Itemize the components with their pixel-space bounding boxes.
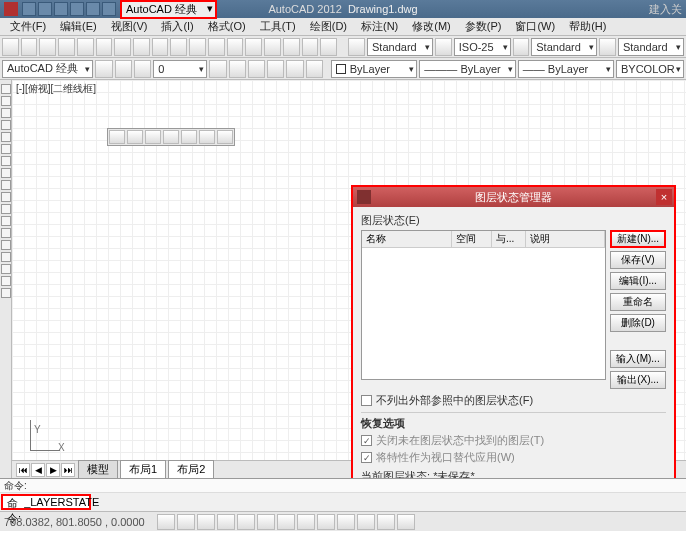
linetype-dropdown[interactable]: ——— ByLayer [419, 60, 515, 78]
floating-toolbar[interactable] [107, 128, 235, 146]
annot-icon[interactable] [435, 38, 452, 56]
col-name[interactable]: 名称 [362, 231, 452, 247]
qat-new-icon[interactable] [22, 2, 36, 16]
float-tool-icon[interactable] [163, 130, 179, 144]
layer-tool-icon[interactable] [229, 60, 246, 78]
float-tool-icon[interactable] [145, 130, 161, 144]
draw-tool-icon[interactable] [1, 252, 11, 262]
layer-tool-icon[interactable] [115, 60, 132, 78]
draw-tool-icon[interactable] [1, 120, 11, 130]
layer-tool-icon[interactable] [209, 60, 226, 78]
status-toggle-icon[interactable] [317, 514, 335, 530]
draw-tool-icon[interactable] [1, 108, 11, 118]
draw-tool-icon[interactable] [1, 240, 11, 250]
layer-tool-icon[interactable] [306, 60, 323, 78]
rename-button[interactable]: 重命名 [610, 293, 666, 311]
tool-icon[interactable] [170, 38, 187, 56]
draw-tool-icon[interactable] [1, 264, 11, 274]
new-button[interactable]: 新建(N)... [610, 230, 666, 248]
status-toggle-icon[interactable] [197, 514, 215, 530]
tab-nav-first-icon[interactable]: ⏮ [16, 463, 30, 477]
opt1-checkbox[interactable]: ✓ [361, 435, 372, 446]
menu-draw[interactable]: 绘图(D) [304, 19, 353, 34]
menu-window[interactable]: 窗口(W) [509, 19, 561, 34]
export-button[interactable]: 输出(X)... [610, 371, 666, 389]
close-icon[interactable]: × [656, 189, 672, 205]
tool-icon[interactable] [208, 38, 225, 56]
tab-nav-prev-icon[interactable]: ◀ [31, 463, 45, 477]
import-button[interactable]: 输入(M)... [610, 350, 666, 368]
table-style-dropdown[interactable]: Standard [531, 38, 597, 56]
status-toggle-icon[interactable] [357, 514, 375, 530]
tool-icon[interactable] [2, 38, 19, 56]
col-space[interactable]: 空间 [452, 231, 492, 247]
tab-layout2[interactable]: 布局2 [168, 460, 214, 478]
tool-icon[interactable] [77, 38, 94, 56]
float-tool-icon[interactable] [217, 130, 233, 144]
col-desc[interactable]: 说明 [526, 231, 605, 247]
menu-insert[interactable]: 插入(I) [155, 19, 199, 34]
draw-tool-icon[interactable] [1, 228, 11, 238]
status-toggle-icon[interactable] [157, 514, 175, 530]
menu-format[interactable]: 格式(O) [202, 19, 252, 34]
status-toggle-icon[interactable] [257, 514, 275, 530]
float-tool-icon[interactable] [199, 130, 215, 144]
status-toggle-icon[interactable] [217, 514, 235, 530]
tab-nav-last-icon[interactable]: ⏭ [61, 463, 75, 477]
tool-icon[interactable] [302, 38, 319, 56]
workspace-dropdown[interactable]: AutoCAD 经典 [120, 0, 217, 19]
annot-icon[interactable] [513, 38, 530, 56]
xref-checkbox[interactable] [361, 395, 372, 406]
draw-tool-icon[interactable] [1, 96, 11, 106]
states-list[interactable]: 名称 空间 与... 说明 [361, 230, 606, 380]
status-toggle-icon[interactable] [377, 514, 395, 530]
qat-save-icon[interactable] [54, 2, 68, 16]
menu-file[interactable]: 文件(F) [4, 19, 52, 34]
qat-open-icon[interactable] [38, 2, 52, 16]
tool-icon[interactable] [227, 38, 244, 56]
tool-icon[interactable] [264, 38, 281, 56]
tool-icon[interactable] [320, 38, 337, 56]
status-toggle-icon[interactable] [277, 514, 295, 530]
tool-icon[interactable] [189, 38, 206, 56]
menu-tools[interactable]: 工具(T) [254, 19, 302, 34]
menu-help[interactable]: 帮助(H) [563, 19, 612, 34]
lineweight-dropdown[interactable]: —— ByLayer [518, 60, 614, 78]
float-tool-icon[interactable] [127, 130, 143, 144]
draw-tool-icon[interactable] [1, 180, 11, 190]
col-same[interactable]: 与... [492, 231, 526, 247]
app-icon[interactable] [4, 2, 18, 16]
tool-icon[interactable] [39, 38, 56, 56]
layer-tool-icon[interactable] [95, 60, 112, 78]
tool-icon[interactable] [245, 38, 262, 56]
qat-undo-icon[interactable] [86, 2, 100, 16]
menu-param[interactable]: 参数(P) [459, 19, 508, 34]
status-toggle-icon[interactable] [177, 514, 195, 530]
opt2-checkbox[interactable]: ✓ [361, 452, 372, 463]
status-toggle-icon[interactable] [237, 514, 255, 530]
annot-icon[interactable] [348, 38, 365, 56]
save-button[interactable]: 保存(V) [610, 251, 666, 269]
float-tool-icon[interactable] [181, 130, 197, 144]
draw-tool-icon[interactable] [1, 144, 11, 154]
layer-tool-icon[interactable] [267, 60, 284, 78]
layer-tool-icon[interactable] [248, 60, 265, 78]
status-toggle-icon[interactable] [397, 514, 415, 530]
tool-icon[interactable] [114, 38, 131, 56]
float-tool-icon[interactable] [109, 130, 125, 144]
edit-button[interactable]: 编辑(I)... [610, 272, 666, 290]
draw-tool-icon[interactable] [1, 216, 11, 226]
text-style-dropdown[interactable]: Standard [367, 38, 433, 56]
draw-tool-icon[interactable] [1, 84, 11, 94]
menu-dim[interactable]: 标注(N) [355, 19, 404, 34]
draw-tool-icon[interactable] [1, 192, 11, 202]
layer-tool-icon[interactable] [134, 60, 151, 78]
qat-print-icon[interactable] [70, 2, 84, 16]
layer-dropdown[interactable]: 0 [153, 60, 207, 78]
color-dropdown[interactable]: ByLayer [331, 60, 418, 78]
search-hint[interactable]: 建入关 [649, 2, 682, 17]
tool-icon[interactable] [152, 38, 169, 56]
tab-layout1[interactable]: 布局1 [120, 460, 166, 478]
menu-modify[interactable]: 修改(M) [406, 19, 457, 34]
tab-model[interactable]: 模型 [78, 460, 118, 478]
